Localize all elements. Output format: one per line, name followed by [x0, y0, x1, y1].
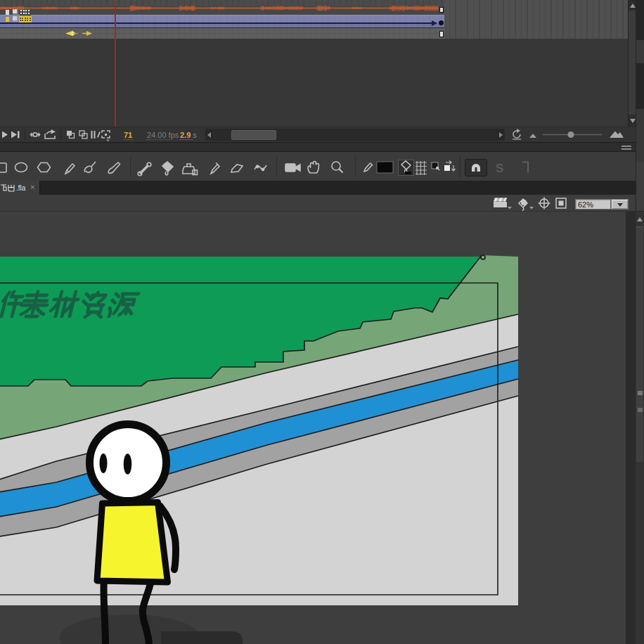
svg-text:S: S	[496, 162, 503, 175]
svg-text:.fla: .fla	[16, 184, 26, 192]
